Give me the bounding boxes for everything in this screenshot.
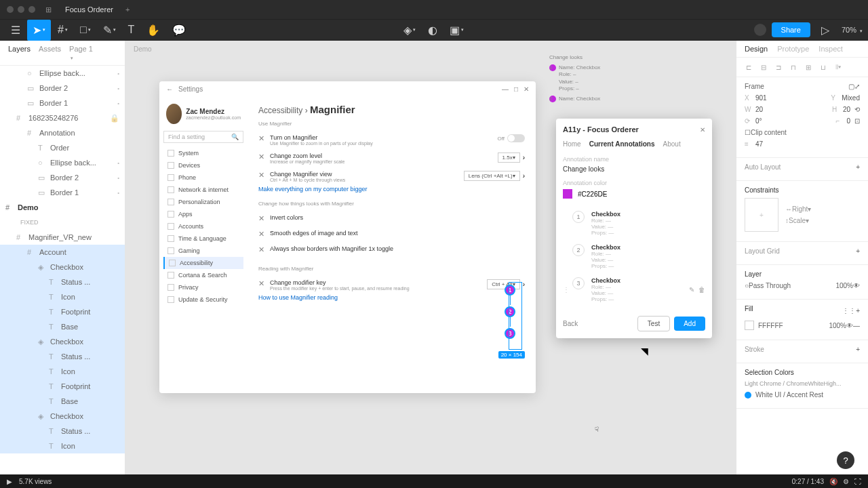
file-tab[interactable]: Focus Orderer bbox=[58, 3, 120, 16]
styles-icon[interactable]: ⋮⋮ bbox=[842, 307, 856, 314]
layers-tab[interactable]: Layers bbox=[8, 45, 31, 61]
layer-item[interactable]: TFootprint bbox=[0, 379, 125, 394]
nav-item[interactable]: Accessibility bbox=[163, 257, 243, 269]
color-swatch[interactable] bbox=[563, 189, 572, 199]
nav-item[interactable]: Apps bbox=[163, 208, 243, 220]
play-icon[interactable]: ▶ bbox=[7, 478, 12, 485]
search-input[interactable]: Find a setting🔍 bbox=[163, 131, 243, 143]
view-dropdown[interactable]: Lens (Ctrl +Alt +L) ▾ bbox=[464, 171, 520, 181]
window-controls[interactable] bbox=[7, 6, 35, 13]
user-avatar[interactable] bbox=[754, 24, 766, 36]
comment-tool[interactable]: 💬 bbox=[167, 20, 191, 41]
settings-icon[interactable]: ⚙ bbox=[843, 478, 849, 485]
nav-item[interactable]: Phone bbox=[163, 171, 243, 184]
frame-tool[interactable]: #▾ bbox=[52, 20, 73, 40]
clip-checkbox[interactable]: ☐ bbox=[745, 129, 751, 136]
nav-item[interactable]: Devices bbox=[163, 159, 243, 171]
share-button[interactable]: Share bbox=[772, 22, 810, 37]
menu-button[interactable]: ☰ bbox=[5, 20, 26, 41]
align-vcenter-icon[interactable]: ⊞ bbox=[803, 62, 814, 73]
hand-tool[interactable]: ✋ bbox=[141, 20, 165, 41]
zoom-level[interactable]: 70% ▾ bbox=[842, 26, 863, 34]
layer-item[interactable]: TBase bbox=[0, 319, 125, 334]
align-right-icon[interactable]: ⊐ bbox=[773, 62, 784, 73]
close-icon[interactable]: ✕ bbox=[524, 85, 529, 93]
layer-item[interactable]: TIcon bbox=[0, 364, 125, 379]
nav-item[interactable]: Update & Security bbox=[163, 293, 243, 306]
layer-item[interactable]: TOrder bbox=[0, 140, 125, 155]
pen-tool[interactable]: ✎▾ bbox=[98, 20, 121, 41]
add-icon[interactable]: + bbox=[856, 346, 860, 353]
nav-item[interactable]: Privacy bbox=[163, 281, 243, 293]
tab-about[interactable]: About bbox=[663, 140, 681, 148]
tab-prototype[interactable]: Prototype bbox=[777, 45, 809, 53]
nav-item[interactable]: System bbox=[163, 147, 243, 159]
fill-swatch[interactable] bbox=[745, 321, 754, 330]
layer-item[interactable]: #Annotation bbox=[0, 125, 125, 140]
layer-item[interactable]: #168235248276🔒 bbox=[0, 110, 125, 125]
tab-current[interactable]: Current Annotations bbox=[589, 140, 655, 148]
distribute-icon[interactable]: ⦀▾ bbox=[833, 62, 844, 73]
layer-item[interactable]: TBase bbox=[0, 394, 125, 409]
align-bottom-icon[interactable]: ⊔ bbox=[818, 62, 829, 73]
frame-preset-icon[interactable]: ▢ bbox=[848, 83, 854, 90]
tab-inspect[interactable]: Inspect bbox=[818, 45, 842, 53]
align-top-icon[interactable]: ⊓ bbox=[788, 62, 799, 73]
fullscreen-icon[interactable]: ⛶ bbox=[854, 478, 861, 485]
maximize-icon[interactable]: □ bbox=[514, 85, 518, 93]
layer-item[interactable]: ○Ellipse back...• bbox=[0, 155, 125, 170]
layer-item[interactable]: TStatus ... bbox=[0, 424, 125, 439]
layer-item[interactable]: ◈Checkbox bbox=[0, 409, 125, 424]
page-selector[interactable]: Page 1 ▾ bbox=[69, 45, 108, 61]
add-icon[interactable]: + bbox=[856, 163, 860, 171]
color-dot[interactable] bbox=[745, 392, 751, 399]
nav-item[interactable]: Network & internet bbox=[163, 184, 243, 196]
add-button[interactable]: Add bbox=[674, 317, 705, 331]
video-controls[interactable]: ▶ 5.7K views 0:27 / 1:43 🔇 ⚙ ⛶ bbox=[0, 474, 868, 488]
profile[interactable]: Zac Mendez zacmendez@outlook.com bbox=[163, 101, 243, 127]
link[interactable]: How to use Magnifier reading bbox=[258, 294, 525, 301]
tab-home[interactable]: Home bbox=[563, 140, 581, 148]
nav-item[interactable]: Cortana & Search bbox=[163, 269, 243, 281]
zoom-dropdown[interactable]: 1.5x ▾ bbox=[498, 152, 520, 163]
component-tool[interactable]: ◈▾ bbox=[398, 20, 421, 41]
constraint-control[interactable] bbox=[745, 198, 778, 232]
layer-item[interactable]: ▭Border 1• bbox=[0, 96, 125, 110]
text-tool[interactable]: T bbox=[123, 20, 140, 40]
present-button[interactable]: ▷ bbox=[816, 20, 835, 41]
layer-item[interactable]: #Magnifier_VR_new bbox=[0, 230, 125, 245]
back-icon[interactable]: ← bbox=[166, 85, 173, 93]
help-button[interactable]: ? bbox=[837, 451, 854, 469]
layer-item[interactable]: TStatus ... bbox=[0, 349, 125, 364]
canvas[interactable]: Demo ← Settings — □ ✕ Zac Mendez za bbox=[125, 41, 736, 474]
back-button[interactable]: Back bbox=[563, 320, 578, 327]
tab-design[interactable]: Design bbox=[745, 45, 768, 53]
toggle[interactable] bbox=[507, 134, 525, 142]
layer-item[interactable]: TFootprint bbox=[0, 304, 125, 319]
align-hcenter-icon[interactable]: ⊟ bbox=[758, 62, 769, 73]
layer-item[interactable]: ▭Border 2• bbox=[0, 81, 125, 96]
edit-icon[interactable]: ✎ bbox=[689, 286, 694, 293]
layer-item[interactable]: TIcon bbox=[0, 439, 125, 453]
nav-item[interactable]: Gaming bbox=[163, 245, 243, 257]
mask-tool[interactable]: ◐ bbox=[422, 20, 443, 41]
add-icon[interactable]: + bbox=[856, 247, 860, 255]
corner-icon[interactable]: ⊡ bbox=[854, 117, 860, 125]
close-icon[interactable]: ✕ bbox=[700, 126, 705, 134]
resize-icon[interactable]: ⤢ bbox=[854, 83, 860, 90]
test-button[interactable]: Test bbox=[637, 316, 670, 331]
new-tab-button[interactable]: + bbox=[125, 5, 130, 14]
link[interactable]: Make everything on my computer bigger bbox=[258, 186, 525, 192]
nav-item[interactable]: Personalization bbox=[163, 196, 243, 208]
visibility-icon[interactable]: 👁 bbox=[846, 322, 853, 329]
volume-icon[interactable]: 🔇 bbox=[829, 478, 837, 485]
frame-label[interactable]: Demo bbox=[134, 45, 152, 53]
layer-item[interactable]: ◈Checkbox bbox=[0, 334, 125, 349]
layer-item[interactable]: ◈Checkbox bbox=[0, 260, 125, 274]
move-tool[interactable]: ➤▾ bbox=[27, 20, 51, 41]
layer-item[interactable]: ○Ellipse back...• bbox=[0, 66, 125, 81]
minimize-icon[interactable]: — bbox=[502, 85, 509, 93]
assets-tab[interactable]: Assets bbox=[39, 45, 61, 61]
annotation-item[interactable]: ⋮2CheckboxRole: —Value: —Props: — bbox=[563, 240, 705, 273]
layer-item[interactable]: #Demo bbox=[0, 200, 125, 215]
